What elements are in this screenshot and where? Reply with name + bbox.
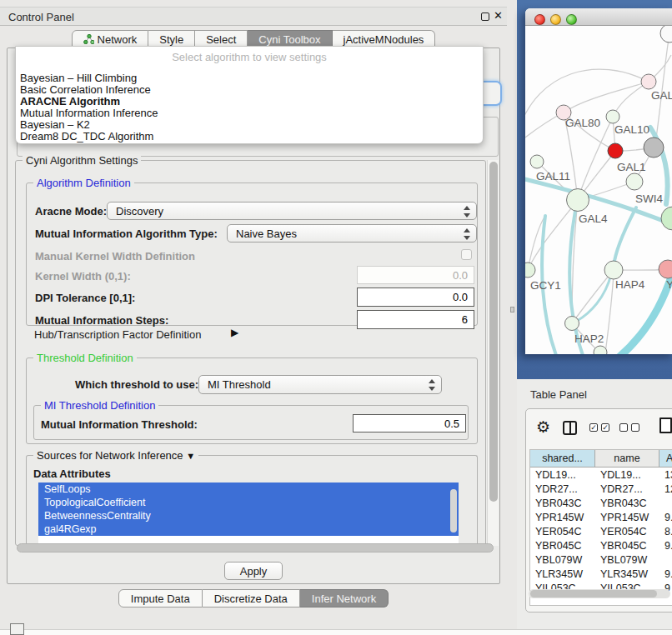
settings-vertical-scrollbar[interactable] [487,160,499,546]
list-item[interactable]: gal4RGexp [38,522,459,536]
node-gcy1[interactable] [525,262,535,278]
float-panel-icon[interactable] [481,12,489,21]
apply-button[interactable]: Apply [224,562,283,580]
table-cell[interactable] [659,497,672,511]
column-header-name[interactable]: name [595,450,659,468]
network-graph: GAL GAL80 GAL10 GAL1 GAL11 SWI4 GAL4 GCY… [525,26,672,354]
table-cell[interactable]: 9. [659,568,672,582]
menu-item[interactable]: Dream8 DC_TDC Algorithm [20,131,370,142]
table-cell[interactable]: YBL079W [530,553,594,568]
file-icon[interactable] [659,418,672,433]
table-hscroll-thumb[interactable] [530,590,657,598]
node[interactable] [661,207,672,230]
node-gray[interactable] [644,138,664,158]
node-gal11[interactable] [530,155,544,168]
mi-steps-field[interactable]: 6 [357,310,474,329]
table-cell[interactable]: YBR045C [595,539,658,553]
close-window-icon[interactable] [534,14,545,25]
node[interactable] [660,26,672,42]
settings-horizontal-scrollbar[interactable] [17,543,494,552]
panel-splitter[interactable] [507,0,517,635]
table-cell[interactable]: YPR145W [595,511,658,525]
zoom-window-icon[interactable] [566,14,577,25]
close-icon[interactable]: ✕ [494,9,503,22]
menu-item-selected[interactable]: ARACNE Algorithm [20,96,370,108]
table-cell[interactable]: YBR045C [530,539,594,553]
gear-icon[interactable]: ⚙ [536,419,550,435]
node-label: SWI4 [635,192,663,205]
table-cell[interactable]: YDL19... [530,468,594,482]
table-cell[interactable]: 9. [659,511,672,525]
kernel-width-label: Kernel Width (0,1): [35,270,131,282]
column-header-shared-name[interactable]: shared... [530,450,595,468]
checked-checkbox-icon[interactable]: ✓ [589,423,598,432]
list-item[interactable]: TopologicalCoefficient [38,496,459,509]
table-panel-title: Table Panel [530,388,587,401]
tab-infer-network[interactable]: Infer Network [300,589,389,608]
minimize-window-icon[interactable] [550,14,561,25]
table-cell[interactable]: 8. [659,525,672,539]
table-cell[interactable]: YLR345W [595,568,658,582]
table-cell[interactable]: YDR27... [595,482,658,497]
table-cell[interactable]: YER054C [530,525,594,539]
list-item[interactable]: BetweennessCentrality [38,509,459,522]
node-hap2[interactable] [565,317,579,331]
table-horizontal-scrollbar[interactable] [529,589,670,598]
node-label: GAL4 [579,212,608,225]
table-cell[interactable]: 12 [659,482,672,497]
node-gal10[interactable] [606,110,619,123]
checked-checkbox-icon[interactable]: ✓ [601,423,609,432]
mi-threshold-field[interactable]: 0.5 [353,414,466,432]
aracne-mode-combobox[interactable]: Discovery [107,202,477,220]
settings-vscroll-thumb[interactable] [489,162,498,502]
node-salmon[interactable] [659,260,672,278]
menu-item[interactable]: Mutual Information Inference [20,108,370,119]
node-gal2[interactable] [641,74,656,89]
table-cell[interactable]: YER054C [595,525,658,539]
menu-item[interactable]: Basic Correlation Inference [20,84,370,96]
unchecked-checkbox-icon[interactable] [619,423,628,432]
column-header-third[interactable]: A [659,450,672,468]
node[interactable] [594,346,607,354]
list-scrollbar-thumb[interactable] [450,489,457,532]
screen: Control Panel ✕ Network Style Select Cyn… [0,0,672,635]
table-cell[interactable] [659,553,672,568]
node-gal1[interactable] [626,173,643,190]
network-window-titlebar[interactable] [525,8,672,26]
table-cell[interactable]: YBR043C [595,497,658,511]
tab-discretize-data[interactable]: Discretize Data [203,589,300,608]
table-cell[interactable]: YDR27... [530,482,594,497]
menu-item[interactable]: Bayesian – K2 [20,119,370,131]
expand-right-icon[interactable]: ▶ [231,327,238,338]
combo-stepper-icon [463,206,470,218]
manual-kernel-width-checkbox[interactable] [461,249,472,260]
dpi-tolerance-field[interactable]: 0.0 [357,288,474,307]
split-columns-icon[interactable] [563,421,577,435]
node-label: GAL11 [536,170,570,182]
table-cell[interactable]: YDL19... [595,468,658,482]
table-cell[interactable]: YBR043C [530,497,594,511]
panel-corner-icon[interactable] [10,623,24,635]
table-cell[interactable]: 9. [659,539,672,553]
cyni-algorithm-settings-group: Cyni Algorithm Settings Algorithm Defini… [15,160,486,546]
network-canvas[interactable]: GAL GAL80 GAL10 GAL1 GAL11 SWI4 GAL4 GCY… [525,26,672,354]
data-attributes-list[interactable]: SelfLoops TopologicalCoefficient Between… [38,482,459,546]
table-cell[interactable]: 13 [659,468,672,482]
tab-impute-data[interactable]: Impute Data [118,589,203,608]
table-cell[interactable]: YLR345W [530,568,594,582]
which-threshold-combobox[interactable]: MI Threshold [198,375,442,394]
network-window: GAL GAL80 GAL10 GAL1 GAL11 SWI4 GAL4 GCY… [525,8,672,354]
table-cell[interactable]: YPR145W [530,511,594,525]
node-selected-red[interactable] [608,143,623,158]
node-table: shared... name A YDL19... YDL19... 13 YD… [529,449,672,606]
table-cell[interactable]: YBL079W [595,553,658,568]
table-panel: Table Panel ⚙ ✓ ✓ shared... name A YDL19… [517,379,672,629]
list-item[interactable]: SelfLoops [38,482,459,496]
collapse-down-icon[interactable]: ▼ [186,451,195,461]
mi-algorithm-type-combobox[interactable]: Naive Bayes [227,224,477,242]
node-hap4[interactable] [604,261,623,279]
unchecked-checkbox-icon[interactable] [631,423,639,432]
node-gal4[interactable] [567,189,589,212]
menu-item[interactable]: Bayesian – Hill Climbing [20,72,370,84]
splitter-grip[interactable] [510,307,514,312]
